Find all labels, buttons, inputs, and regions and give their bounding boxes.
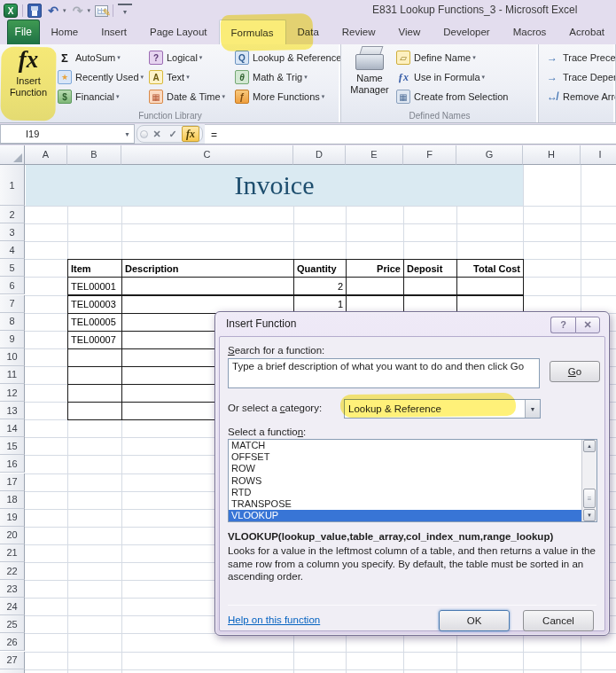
undo-dropdown-icon[interactable]: ▾ xyxy=(63,7,66,14)
row-header-16[interactable]: 16 xyxy=(0,455,25,473)
row-header-27[interactable]: 27 xyxy=(0,652,25,669)
dialog-help-icon[interactable]: ? xyxy=(550,317,575,333)
tab-data[interactable]: Data xyxy=(286,20,331,44)
row-header-6[interactable]: 6 xyxy=(0,277,25,294)
insert-function-button[interactable]: fx Insert Function xyxy=(4,46,53,98)
dropdown-icon[interactable]: ▾ xyxy=(222,93,226,100)
column-header-b[interactable]: B xyxy=(67,145,121,165)
cell-B6[interactable]: TEL00001 xyxy=(67,277,122,295)
function-list[interactable]: MATCHOFFSETROWROWSRTDTRANSPOSEVLOOKUP ▲ … xyxy=(228,439,597,522)
cell-C6[interactable] xyxy=(121,277,294,295)
cell-G5[interactable]: Total Cost xyxy=(456,259,524,278)
dropdown-icon[interactable]: ▾ xyxy=(482,74,486,81)
insert-function-fx-icon[interactable]: fx xyxy=(182,126,199,142)
column-header-a[interactable]: A xyxy=(25,145,67,165)
enter-entry-icon[interactable]: ✓ xyxy=(166,129,180,140)
invoice-title-cell[interactable]: Invoice xyxy=(26,165,523,206)
tab-file[interactable]: File xyxy=(7,20,40,44)
tab-home[interactable]: Home xyxy=(40,20,90,44)
redo-dropdown-icon[interactable]: ▾ xyxy=(88,7,91,14)
row-header-24[interactable]: 24 xyxy=(0,598,25,615)
row-header-20[interactable]: 20 xyxy=(0,527,25,544)
cell-C5[interactable]: Description xyxy=(121,259,294,278)
function-item-offset[interactable]: OFFSET xyxy=(229,451,597,463)
function-item-transpose[interactable]: TRANSPOSE xyxy=(229,498,597,510)
function-item-rows[interactable]: ROWS xyxy=(229,475,597,487)
cell-F5[interactable]: Deposit xyxy=(403,259,457,278)
cell-B11[interactable] xyxy=(67,366,122,385)
more-functions-button[interactable]: ƒ More Functions ▾ xyxy=(233,87,341,106)
row-header-3[interactable]: 3 xyxy=(0,223,25,241)
tab-insert[interactable]: Insert xyxy=(90,20,138,44)
tab-developer[interactable]: Developer xyxy=(432,20,501,44)
column-header-g[interactable]: G xyxy=(456,145,523,165)
save-icon[interactable] xyxy=(27,4,42,18)
column-header-h[interactable]: H xyxy=(523,145,581,165)
row-header-28[interactable]: 28 xyxy=(0,669,25,673)
go-button[interactable]: Go xyxy=(550,361,600,382)
remove-arrows-button[interactable]: ↮ Remove Arrows xyxy=(543,87,616,106)
function-item-rtd[interactable]: RTD xyxy=(229,487,597,498)
name-box[interactable]: I19 ▾ xyxy=(0,124,135,144)
cell-F6[interactable] xyxy=(403,277,457,295)
tab-macros[interactable]: Macros xyxy=(502,20,558,44)
row-header-23[interactable]: 23 xyxy=(0,580,25,598)
row-header-22[interactable]: 22 xyxy=(0,562,25,580)
column-header-d[interactable]: D xyxy=(293,145,346,165)
row-header-21[interactable]: 21 xyxy=(0,544,25,562)
cell-B5[interactable]: Item xyxy=(67,259,122,278)
dropdown-icon[interactable]: ▾ xyxy=(186,74,190,81)
dropdown-icon[interactable]: ▾ xyxy=(199,54,203,61)
row-header-10[interactable]: 10 xyxy=(0,348,25,366)
autosum-button[interactable]: Σ AutoSum ▾ xyxy=(56,48,145,67)
cell-B7[interactable]: TEL00003 xyxy=(67,295,122,314)
row-header-19[interactable]: 19 xyxy=(0,509,25,527)
text-button[interactable]: A Text ▾ xyxy=(147,67,227,87)
row-header-18[interactable]: 18 xyxy=(0,491,25,509)
dropdown-icon[interactable]: ▾ xyxy=(304,74,308,81)
category-select[interactable]: Lookup & Reference ▼ xyxy=(344,399,541,419)
function-item-match[interactable]: MATCH xyxy=(229,440,597,451)
column-header-c[interactable]: C xyxy=(121,145,293,165)
logical-button[interactable]: ? Logical ▾ xyxy=(147,48,227,67)
tab-page-layout[interactable]: Page Layout xyxy=(138,20,219,44)
row-header-14[interactable]: 14 xyxy=(0,419,25,437)
column-header-i[interactable]: I xyxy=(581,145,616,165)
scroll-down-icon[interactable]: ▼ xyxy=(583,509,596,521)
row-header-17[interactable]: 17 xyxy=(0,473,25,491)
row-header-26[interactable]: 26 xyxy=(0,633,25,651)
row-header-1[interactable]: 1 xyxy=(0,165,25,206)
cell-B10[interactable] xyxy=(67,348,122,367)
name-box-dropdown-icon[interactable]: ▾ xyxy=(121,130,134,138)
math-trig-button[interactable]: θ Math & Trig ▾ xyxy=(233,67,341,87)
row-header-7[interactable]: 7 xyxy=(0,295,25,313)
lookup-reference-button[interactable]: Q Lookup & Reference ▾ xyxy=(233,48,341,67)
cell-D5[interactable]: Quantity xyxy=(293,259,347,278)
dropdown-icon[interactable]: ▾ xyxy=(116,93,120,100)
combo-dropdown-icon[interactable]: ▼ xyxy=(525,400,540,418)
undo-icon[interactable]: ↶ xyxy=(46,4,60,18)
dropdown-icon[interactable]: ▾ xyxy=(141,74,144,81)
dropdown-icon[interactable]: ▾ xyxy=(117,54,121,61)
column-header-f[interactable]: F xyxy=(403,145,456,165)
search-input[interactable]: Type a brief description of what you wan… xyxy=(228,358,540,388)
formula-input[interactable]: = xyxy=(205,124,616,144)
row-header-9[interactable]: 9 xyxy=(0,331,25,348)
tab-formulas[interactable]: Formulas xyxy=(219,20,286,44)
cancel-button[interactable]: Cancel xyxy=(523,610,594,631)
tab-review[interactable]: Review xyxy=(331,20,387,44)
customize-qat-icon[interactable]: ▾ xyxy=(118,4,132,18)
name-manager-button[interactable]: Name Manager xyxy=(348,46,391,95)
cell-B9[interactable]: TEL00007 xyxy=(67,331,122,349)
row-header-25[interactable]: 25 xyxy=(0,615,25,633)
use-in-formula-button[interactable]: ƒx Use in Formula ▾ xyxy=(394,67,510,87)
list-scrollbar[interactable]: ▲ ≡ ▼ xyxy=(581,440,597,521)
cancel-entry-icon[interactable]: ✕ xyxy=(150,129,164,140)
scroll-thumb[interactable]: ≡ xyxy=(583,489,596,508)
dropdown-icon[interactable]: ▾ xyxy=(322,93,325,100)
scroll-up-icon[interactable]: ▲ xyxy=(583,440,596,452)
cell-B12[interactable] xyxy=(67,384,122,403)
row-header-11[interactable]: 11 xyxy=(0,366,25,384)
cell-B13[interactable] xyxy=(67,402,122,420)
function-item-row[interactable]: ROW xyxy=(229,463,597,474)
